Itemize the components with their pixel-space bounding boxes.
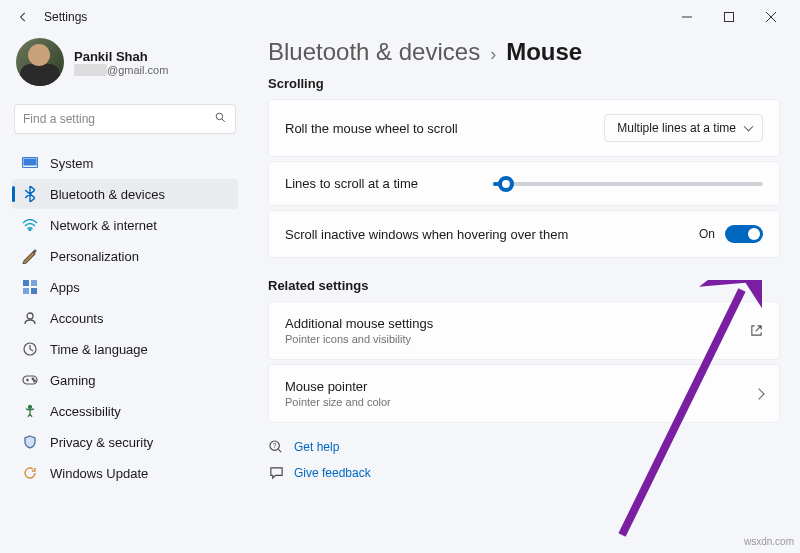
back-button[interactable] [8,2,38,32]
section-related-title: Related settings [268,278,780,293]
sidebar-item-label: Gaming [50,373,96,388]
setting-label: Mouse pointer [285,379,745,394]
profile[interactable]: Pankil Shah hidden@gmail.com [12,34,238,100]
sidebar-item-network[interactable]: Network & internet [12,210,238,240]
sidebar-item-accounts[interactable]: Accounts [12,303,238,333]
inactive-scroll-toggle[interactable] [725,225,763,243]
footer-links: ? Get help Give feedback [268,439,780,481]
link-label: Give feedback [294,466,371,480]
network-icon [22,217,38,233]
svg-rect-7 [24,159,37,166]
sidebar-item-accessibility[interactable]: Accessibility [12,396,238,426]
sidebar: Pankil Shah hidden@gmail.com System Blue… [0,34,246,553]
setting-label: Roll the mouse wheel to scroll [285,121,604,136]
close-button[interactable] [750,2,792,32]
lines-slider[interactable] [493,182,763,186]
setting-label: Lines to scroll at a time [285,176,493,191]
search-icon [214,110,227,128]
bluetooth-icon [22,186,38,202]
apps-icon [22,279,38,295]
toggle-state-label: On [699,227,715,241]
sidebar-item-label: Time & language [50,342,148,357]
breadcrumb: Bluetooth & devices › Mouse [268,38,780,66]
search-input[interactable] [23,112,214,126]
feedback-icon [268,465,284,481]
title-bar: Settings [0,0,800,34]
svg-line-5 [222,119,225,122]
sidebar-item-label: Accounts [50,311,103,326]
sidebar-item-label: Personalization [50,249,139,264]
svg-point-18 [29,406,32,409]
accounts-icon [22,310,38,326]
profile-email: hidden@gmail.com [74,64,168,76]
give-feedback-link[interactable]: Give feedback [268,465,780,481]
sidebar-item-label: Privacy & security [50,435,153,450]
svg-rect-12 [31,288,37,294]
sidebar-item-apps[interactable]: Apps [12,272,238,302]
gaming-icon [22,372,38,388]
sidebar-item-update[interactable]: Windows Update [12,458,238,488]
setting-label: Scroll inactive windows when hovering ov… [285,227,699,242]
setting-sublabel: Pointer icons and visibility [285,333,740,345]
svg-point-16 [32,378,34,380]
personalization-icon [22,248,38,264]
svg-point-17 [34,380,36,382]
sidebar-item-privacy[interactable]: Privacy & security [12,427,238,457]
privacy-icon [22,434,38,450]
sidebar-item-system[interactable]: System [12,148,238,178]
svg-point-13 [27,313,33,319]
svg-rect-11 [23,288,29,294]
sidebar-item-label: Network & internet [50,218,157,233]
sidebar-item-label: System [50,156,93,171]
related-mouse-pointer[interactable]: Mouse pointer Pointer size and color [268,364,780,423]
setting-wheel-scroll: Roll the mouse wheel to scroll Multiple … [268,99,780,157]
svg-point-8 [29,229,31,231]
sidebar-item-label: Bluetooth & devices [50,187,165,202]
svg-rect-10 [31,280,37,286]
open-external-icon [750,324,763,337]
setting-sublabel: Pointer size and color [285,396,745,408]
chevron-right-icon [753,388,764,399]
setting-inactive-scroll: Scroll inactive windows when hovering ov… [268,210,780,258]
maximize-button[interactable] [708,2,750,32]
watermark: wsxdn.com [744,536,794,547]
minimize-button[interactable] [666,2,708,32]
chevron-right-icon: › [490,44,496,65]
sidebar-item-label: Windows Update [50,466,148,481]
avatar [16,38,64,86]
svg-rect-1 [725,13,734,22]
get-help-link[interactable]: ? Get help [268,439,780,455]
accessibility-icon [22,403,38,419]
related-additional-mouse[interactable]: Additional mouse settings Pointer icons … [268,301,780,360]
section-scrolling-title: Scrolling [268,76,780,91]
window-title: Settings [44,10,87,24]
setting-label: Additional mouse settings [285,316,740,331]
breadcrumb-current: Mouse [506,38,582,66]
nav: System Bluetooth & devices Network & int… [12,148,238,488]
svg-text:?: ? [272,441,276,448]
search-box[interactable] [14,104,236,134]
wheel-scroll-select[interactable]: Multiple lines at a time [604,114,763,142]
window-controls [666,2,792,32]
time-icon [22,341,38,357]
sidebar-item-gaming[interactable]: Gaming [12,365,238,395]
sidebar-item-personalization[interactable]: Personalization [12,241,238,271]
slider-thumb[interactable] [498,176,514,192]
update-icon [22,465,38,481]
sidebar-item-label: Accessibility [50,404,121,419]
profile-name: Pankil Shah [74,49,168,64]
help-icon: ? [268,439,284,455]
svg-point-4 [216,113,223,120]
main-content: Bluetooth & devices › Mouse Scrolling Ro… [246,34,800,553]
link-label: Get help [294,440,339,454]
svg-rect-9 [23,280,29,286]
breadcrumb-root[interactable]: Bluetooth & devices [268,38,480,66]
sidebar-item-time[interactable]: Time & language [12,334,238,364]
sidebar-item-label: Apps [50,280,80,295]
sidebar-item-bluetooth[interactable]: Bluetooth & devices [12,179,238,209]
system-icon [22,155,38,171]
setting-lines-scroll: Lines to scroll at a time [268,161,780,206]
